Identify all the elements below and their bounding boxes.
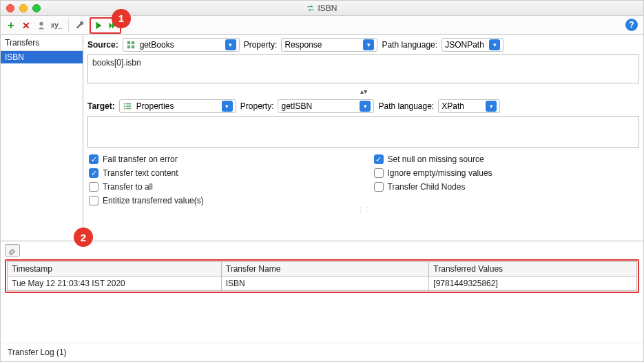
clone-transfer-button[interactable] bbox=[35, 19, 48, 32]
target-pathlang-dropdown[interactable]: XPath ▾ bbox=[438, 99, 500, 113]
opt-label: Set null on missing source bbox=[388, 154, 484, 164]
chevron-down-icon: ▾ bbox=[363, 39, 374, 50]
titlebar: ISBN bbox=[1, 1, 643, 16]
source-property-value: Response bbox=[284, 40, 322, 50]
checkbox-icon bbox=[374, 168, 384, 178]
checkbox-icon bbox=[89, 168, 98, 178]
source-property-dropdown[interactable]: Response ▾ bbox=[281, 38, 377, 52]
chevron-down-icon: ▾ bbox=[225, 39, 236, 50]
target-label: Target: bbox=[87, 101, 115, 111]
target-expression-input[interactable] bbox=[87, 116, 639, 148]
svg-rect-3 bbox=[127, 46, 129, 48]
transfer-item-isbn[interactable]: ISBN bbox=[1, 51, 83, 63]
log-cell-vals: [9781449325862] bbox=[429, 276, 637, 291]
log-row[interactable]: Tue May 12 21:03:43 IST 2020 ISBN [97814… bbox=[8, 276, 637, 291]
grid-icon bbox=[126, 40, 136, 50]
source-pathlang-label: Path language: bbox=[382, 40, 437, 50]
target-step-value: Properties bbox=[136, 101, 174, 111]
chevron-down-icon: ▾ bbox=[486, 101, 497, 112]
log-cell-name: ISBN bbox=[221, 276, 429, 291]
log-col-name: Transfer Name bbox=[221, 262, 429, 276]
minimize-window-button[interactable] bbox=[19, 4, 28, 12]
window-controls bbox=[1, 4, 41, 12]
log-table: Timestamp Transfer Name Transferred Valu… bbox=[7, 261, 637, 291]
source-row: Source: getBooks ▾ Property: Response ▾ … bbox=[87, 38, 639, 52]
checkbox-icon bbox=[374, 182, 384, 192]
body: Transfers ISBN Source: getBooks ▾ Proper… bbox=[1, 35, 643, 241]
opt-text-content[interactable]: Transfer text content bbox=[89, 168, 353, 178]
close-window-button[interactable] bbox=[6, 4, 14, 12]
help-button[interactable]: ? bbox=[625, 19, 638, 31]
target-pathlang-label: Path language: bbox=[378, 101, 434, 111]
svg-rect-9 bbox=[124, 108, 126, 110]
checkbox-icon bbox=[374, 154, 384, 164]
opt-label: Fail transfer on error bbox=[103, 154, 178, 164]
run-button[interactable] bbox=[92, 19, 105, 32]
toolbar: + ✕ xy_ 1 ? bbox=[1, 16, 643, 35]
checkbox-icon bbox=[89, 182, 98, 192]
target-property-value: getISBN bbox=[281, 101, 312, 111]
log-panel: 2 Timestamp Transfer Name Transferred Va… bbox=[1, 241, 643, 343]
svg-rect-6 bbox=[126, 103, 131, 105]
transfers-header: Transfers bbox=[1, 35, 83, 51]
config-button[interactable] bbox=[74, 19, 87, 32]
callout-1: 1 bbox=[112, 9, 131, 28]
checkbox-icon bbox=[89, 154, 98, 164]
checkbox-icon bbox=[89, 196, 98, 205]
svg-rect-8 bbox=[126, 105, 131, 107]
expand-collapse-handle[interactable]: ▴▾ bbox=[87, 86, 639, 97]
opt-label: Entitize transferred value(s) bbox=[103, 196, 204, 205]
remove-transfer-button[interactable]: ✕ bbox=[20, 19, 32, 32]
list-icon bbox=[123, 101, 132, 111]
log-col-values: Transferred Values bbox=[429, 262, 637, 276]
svg-point-0 bbox=[39, 21, 43, 25]
person-icon bbox=[37, 21, 46, 30]
opt-entitize[interactable]: Entitize transferred value(s) bbox=[89, 196, 353, 205]
zoom-window-button[interactable] bbox=[32, 4, 41, 12]
footer-tab[interactable]: Transfer Log (1) bbox=[1, 343, 643, 361]
source-pathlang-dropdown[interactable]: JSONPath ▾ bbox=[442, 38, 503, 52]
callout-2: 2 bbox=[74, 228, 93, 247]
add-transfer-button[interactable]: + bbox=[5, 19, 17, 32]
opt-set-null[interactable]: Set null on missing source bbox=[374, 154, 638, 164]
play-icon bbox=[94, 21, 103, 30]
target-step-dropdown[interactable]: Properties ▾ bbox=[119, 99, 236, 113]
target-pathlang-value: XPath bbox=[442, 101, 464, 111]
svg-rect-4 bbox=[132, 46, 134, 48]
target-property-dropdown[interactable]: getISBN ▾ bbox=[278, 99, 374, 113]
log-col-timestamp: Timestamp bbox=[8, 262, 222, 276]
clear-log-button[interactable] bbox=[5, 244, 20, 257]
run-buttons-group: 1 bbox=[90, 17, 121, 34]
source-property-label: Property: bbox=[244, 40, 278, 50]
property-transfer-window: ISBN + ✕ xy_ 1 ? Transfers ISBN bbox=[0, 0, 644, 362]
opt-label: Transfer to all bbox=[103, 182, 153, 192]
rename-transfer-button[interactable]: xy_ bbox=[50, 19, 63, 32]
source-step-dropdown[interactable]: getBooks ▾ bbox=[123, 38, 240, 52]
chevron-down-icon: ▾ bbox=[360, 101, 371, 112]
svg-rect-7 bbox=[124, 105, 126, 107]
transfers-sidebar: Transfers ISBN bbox=[1, 35, 83, 241]
opt-ignore-missing[interactable]: Ignore empty/missing values bbox=[374, 168, 638, 178]
opt-label: Ignore empty/missing values bbox=[388, 168, 492, 178]
main-panel: Source: getBooks ▾ Property: Response ▾ … bbox=[83, 35, 643, 241]
source-pathlang-value: JSONPath bbox=[445, 40, 484, 50]
chevron-down-icon: ▾ bbox=[489, 39, 500, 50]
target-property-label: Property: bbox=[240, 101, 274, 111]
source-expression-input[interactable]: books[0].isbn bbox=[87, 54, 639, 83]
source-step-value: getBooks bbox=[140, 40, 174, 50]
eraser-icon bbox=[8, 245, 17, 255]
svg-rect-2 bbox=[132, 41, 134, 44]
toolbar-separator bbox=[68, 19, 69, 32]
transfer-icon bbox=[307, 4, 315, 12]
opt-transfer-all[interactable]: Transfer to all bbox=[89, 182, 353, 192]
opt-child-nodes[interactable]: Transfer Child Nodes bbox=[374, 182, 638, 192]
opt-fail-on-error[interactable]: Fail transfer on error bbox=[89, 154, 353, 164]
source-label: Source: bbox=[87, 40, 118, 50]
pane-resize-handle[interactable]: ⋮⋮ bbox=[87, 208, 639, 212]
wrench-icon bbox=[76, 21, 85, 30]
log-cell-ts: Tue May 12 21:03:43 IST 2020 bbox=[8, 276, 222, 291]
log-table-highlight: Timestamp Transfer Name Transferred Valu… bbox=[5, 259, 639, 293]
window-title: ISBN bbox=[318, 3, 337, 13]
target-row: Target: Properties ▾ Property: getISBN ▾… bbox=[87, 99, 639, 113]
svg-rect-1 bbox=[127, 41, 129, 44]
